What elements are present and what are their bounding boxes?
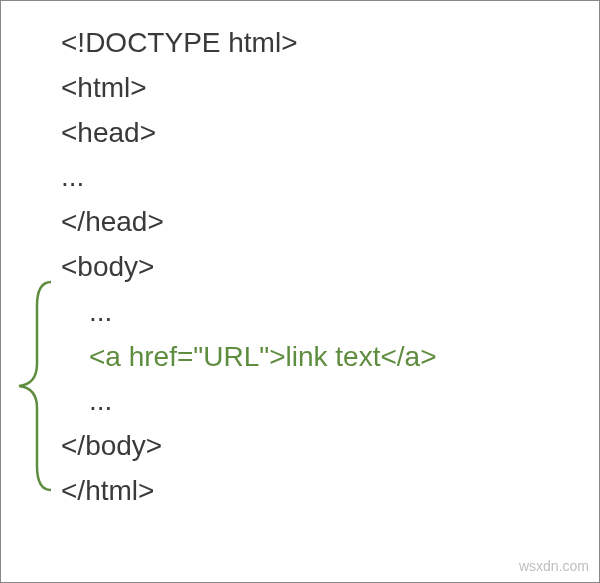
code-line-head-close: </head> [61, 200, 437, 245]
code-line-doctype: <!DOCTYPE html> [61, 21, 437, 66]
curly-brace-icon [9, 276, 57, 496]
code-line-ellipsis: ... [61, 290, 437, 335]
code-line-body-open: <body> [61, 245, 437, 290]
watermark-text: wsxdn.com [519, 558, 589, 574]
code-line-html-open: <html> [61, 66, 437, 111]
code-line-body-close: </body> [61, 424, 437, 469]
code-line-html-close: </html> [61, 469, 437, 514]
code-line-head-open: <head> [61, 111, 437, 156]
code-snippet: <!DOCTYPE html> <html> <head> ... </head… [61, 21, 437, 514]
code-line-ellipsis: ... [61, 155, 437, 200]
code-line-anchor: <a href="URL">link text</a> [61, 335, 437, 380]
code-line-ellipsis: ... [61, 379, 437, 424]
